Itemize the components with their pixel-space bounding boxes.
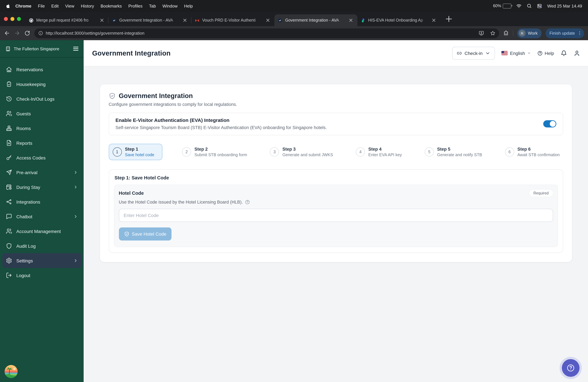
sidebar-item[interactable]: Guests — [2, 106, 81, 121]
help-button[interactable]: Help — [537, 50, 554, 56]
hotel-name: The Fullerton Singapore — [14, 46, 70, 51]
finish-update-button[interactable]: Finish update — [546, 28, 584, 38]
address-bar[interactable]: http://localhost:3000/settings/governmen… — [34, 28, 499, 38]
hotel-brand-icon — [5, 46, 11, 51]
sidebar-item[interactable]: During Stay — [2, 180, 81, 194]
us-flag-icon — [502, 51, 508, 55]
browser-tab[interactable]: Government Integration - AVA — [274, 14, 357, 26]
github-icon — [29, 18, 34, 23]
home-icon — [6, 66, 12, 73]
stepper-step[interactable]: 4 Step 4 Enter EVA API key — [353, 144, 405, 160]
sidebar-item[interactable]: Housekeeping — [2, 77, 81, 91]
sidebar-item-label: Rooms — [16, 126, 78, 131]
menubar-items: ChromeFileEditViewHistoryBookmarksProfil… — [12, 3, 196, 8]
search-icon[interactable] — [527, 3, 532, 8]
battery-indicator[interactable]: 60% — [493, 3, 511, 8]
account-user-icon[interactable] — [574, 50, 580, 56]
stepper-step[interactable]: 3 Step 3 Generate and submit JWKS — [267, 144, 336, 160]
tab-close-icon[interactable] — [99, 17, 105, 23]
menubar-item[interactable]: Chrome — [12, 3, 35, 8]
menubar-item[interactable]: Tab — [146, 3, 159, 8]
more-menu-icon[interactable] — [577, 31, 582, 36]
help-tooltip-icon[interactable] — [245, 200, 250, 205]
sidebar-item[interactable]: Pre-arrival — [2, 165, 81, 180]
sidebar-item[interactable]: Audit Log — [2, 238, 81, 253]
window-zoom-button[interactable] — [17, 17, 21, 21]
profile-avatar: R — [519, 30, 525, 37]
sidebar-item[interactable]: Settings — [2, 253, 81, 268]
stepper-step[interactable]: 5 Step 5 Generate and notify STB — [421, 144, 485, 160]
save-hotel-code-button[interactable]: Save Hotel Code — [119, 227, 172, 240]
user-avatar[interactable] — [5, 365, 18, 378]
chevron-right-icon — [74, 185, 78, 189]
hotel-code-input[interactable] — [119, 209, 553, 222]
step-subtitle: Submit STB onboarding form — [194, 153, 247, 157]
sidebar-item-label: Logout — [16, 273, 78, 278]
sidebar-item[interactable]: Logout — [2, 268, 81, 283]
tab-close-icon[interactable] — [431, 17, 437, 23]
menubar-item[interactable]: Profiles — [125, 3, 146, 8]
chrome-toolbar: http://localhost:3000/settings/governmen… — [0, 26, 588, 40]
sidebar-collapse-icon[interactable] — [73, 47, 78, 51]
tab-title: Merge pull request #2406 fro — [36, 18, 96, 22]
new-tab-button[interactable] — [442, 12, 455, 25]
menubar-item[interactable]: Bookmarks — [97, 3, 125, 8]
browser-tab[interactable]: HIS-EVA Hotel Onboarding Ap — [357, 14, 440, 26]
extensions-icon[interactable] — [503, 30, 509, 36]
control-center-icon[interactable] — [537, 3, 543, 9]
profile-button[interactable]: R Work — [517, 28, 542, 38]
chrome-tabstrip: Merge pull request #2406 fro Government … — [0, 12, 588, 26]
stepper-step[interactable]: 2 Step 2 Submit STB onboarding form — [179, 144, 250, 160]
sidebar-item[interactable]: Account Management — [2, 224, 81, 238]
menubar-item[interactable]: Help — [181, 3, 196, 8]
stepper-step[interactable]: 1 Step 1 Save hotel code — [109, 144, 162, 160]
sidebar-item[interactable]: Chatbot — [2, 209, 81, 224]
sidebar-item[interactable]: Integrations — [2, 194, 81, 209]
reload-icon[interactable] — [24, 30, 30, 36]
sidebar-item[interactable]: Reports — [2, 136, 81, 150]
sidebar-item-label: Guests — [16, 111, 78, 116]
sidebar-item[interactable]: Access Codes — [2, 150, 81, 165]
sidebar-item[interactable]: Rooms — [2, 121, 81, 136]
help-circle-icon — [537, 50, 543, 56]
tab-close-icon[interactable] — [182, 17, 188, 23]
menubar-item[interactable]: History — [78, 3, 97, 8]
browser-tab[interactable]: Vouch PRD E-Visitor Authenti — [191, 14, 274, 26]
menubar-item[interactable]: View — [62, 3, 78, 8]
site-info-icon[interactable] — [38, 31, 43, 36]
share-nodes-icon — [6, 199, 12, 205]
eva-toggle[interactable] — [543, 120, 556, 127]
menubar-item[interactable]: File — [35, 3, 48, 8]
step-subtitle: Save hotel code — [125, 153, 154, 157]
notifications-bell-icon[interactable] — [561, 50, 567, 56]
bookmark-star-icon[interactable] — [490, 30, 496, 36]
language-selector[interactable]: English — [502, 50, 531, 56]
browser-tab[interactable]: Government Integration - AVA — [108, 14, 191, 26]
install-app-icon[interactable] — [479, 30, 484, 36]
menubar-item[interactable]: Edit — [48, 3, 62, 8]
link-icon — [457, 50, 462, 56]
window-minimize-button[interactable] — [10, 17, 14, 21]
forward-icon[interactable] — [14, 30, 20, 36]
stepper-step[interactable]: 6 Step 6 Await STB confirmation — [502, 144, 563, 160]
hotel-code-description: Use the Hotel Code issued by the Hotel L… — [119, 200, 243, 205]
tab-close-icon[interactable] — [348, 17, 354, 23]
step-subtitle: Generate and submit JWKS — [282, 153, 333, 157]
window-close-button[interactable] — [4, 17, 8, 21]
tab-close-icon[interactable] — [265, 17, 271, 23]
sidebar-header: The Fullerton Singapore — [0, 40, 84, 58]
wifi-icon[interactable] — [516, 3, 522, 9]
step-subtitle: Generate and notify STB — [437, 153, 482, 157]
sidebar-item[interactable]: Reservations — [2, 62, 81, 77]
step-number: 2 — [182, 147, 191, 156]
sidebar-item[interactable]: Check-In/Out Logs — [2, 91, 81, 106]
menubar-clock[interactable]: Wed 25 Mar 14.49 — [547, 3, 582, 8]
checkin-dropdown-button[interactable]: Check-in — [452, 46, 495, 60]
apple-icon[interactable] — [6, 3, 11, 9]
back-icon[interactable] — [4, 30, 10, 36]
history-icon — [6, 96, 12, 102]
menubar-item[interactable]: Window — [159, 3, 181, 8]
tab-title: Government Integration - AVA — [119, 18, 179, 22]
browser-tab[interactable]: Merge pull request #2406 fro — [25, 14, 108, 26]
support-help-fab[interactable] — [562, 359, 580, 377]
